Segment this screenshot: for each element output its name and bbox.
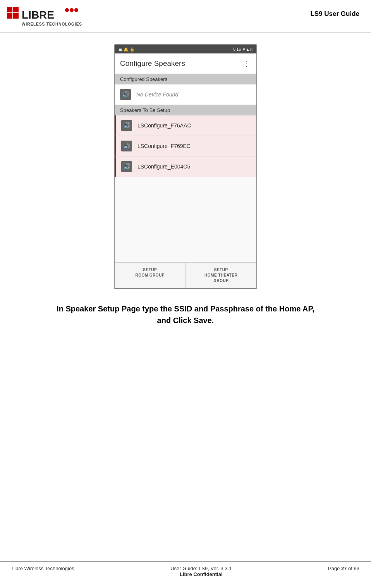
phone-status-bar: ☰ 🔔 🔒 6:16 ▼▲ıll bbox=[115, 45, 256, 53]
speaker-icon-3: 🔊 bbox=[121, 161, 132, 172]
app-title: Configure Speakers bbox=[120, 59, 185, 68]
configured-speakers-header: Configured Speakers bbox=[115, 74, 256, 84]
svg-text:LIBRE: LIBRE bbox=[22, 9, 54, 21]
speaker-icon-2: 🔊 bbox=[121, 141, 132, 151]
svg-point-7 bbox=[74, 8, 78, 12]
svg-rect-1 bbox=[13, 7, 19, 12]
no-device-label: No Device Found bbox=[136, 91, 178, 98]
footer-confidential: Libre Confidential bbox=[170, 571, 232, 577]
page-header: LIBRE WIRELESS TECHNOLOGIES LS9 User Gui… bbox=[0, 0, 371, 33]
svg-rect-0 bbox=[7, 7, 12, 12]
speaker-label-1: LSConfigure_F76AAC bbox=[137, 122, 191, 129]
footer-center: User Guide: LS9, Ver. 3.3.1 Libre Confid… bbox=[170, 566, 232, 577]
menu-icon: ☰ bbox=[119, 47, 122, 52]
speaker-item-3[interactable]: 🔊 LSConfigure_E004C5 bbox=[115, 156, 256, 177]
description-line2: and Click Save. bbox=[157, 316, 214, 325]
setup-home-theater-button[interactable]: SETUPHOME THEATERGROUP bbox=[186, 263, 257, 288]
footer-page: Page 27 of 93 bbox=[328, 566, 359, 577]
doc-title: LS9 User Guide bbox=[310, 7, 359, 18]
footer-left: Libre Wireless Technologies bbox=[12, 566, 74, 577]
app-header: Configure Speakers ⋮ bbox=[115, 53, 256, 74]
description-line1: In Speaker Setup Page type the SSID and … bbox=[57, 304, 314, 313]
footer-page-total: 93 bbox=[354, 566, 359, 571]
logo-area: LIBRE WIRELESS TECHNOLOGIES bbox=[7, 7, 84, 28]
description-text: In Speaker Setup Page type the SSID and … bbox=[57, 303, 314, 326]
speaker-icon-1: 🔊 bbox=[121, 120, 132, 131]
svg-rect-2 bbox=[7, 13, 12, 19]
page-footer: Libre Wireless Technologies User Guide: … bbox=[0, 561, 371, 577]
footer-page-current: 27 bbox=[341, 566, 347, 571]
speaker-label-3: LSConfigure_E004C5 bbox=[137, 163, 190, 170]
speaker-item-2[interactable]: 🔊 LSConfigure_F769EC bbox=[115, 136, 256, 156]
footer-page-of: of bbox=[347, 566, 354, 571]
footer-guide-version: User Guide: LS9, Ver. 3.3.1 bbox=[170, 566, 232, 571]
bottom-bar: SETUPROOM GROUP SETUPHOME THEATERGROUP bbox=[115, 262, 256, 288]
no-device-item: 🔊 No Device Found bbox=[115, 84, 256, 105]
svg-text:WIRELESS TECHNOLOGIES: WIRELESS TECHNOLOGIES bbox=[22, 22, 82, 26]
time-display: 6:16 bbox=[234, 47, 241, 52]
status-left-icons: ☰ 🔔 🔒 bbox=[119, 47, 134, 52]
libre-logo: LIBRE WIRELESS TECHNOLOGIES bbox=[7, 7, 84, 28]
more-options-icon[interactable]: ⋮ bbox=[243, 59, 251, 68]
speaker-icon-no-device: 🔊 bbox=[120, 89, 131, 100]
main-content: ☰ 🔔 🔒 6:16 ▼▲ıll Configure Speakers ⋮ Co… bbox=[0, 33, 371, 346]
speaker-label-2: LSConfigure_F769EC bbox=[137, 143, 191, 149]
phone-mockup: ☰ 🔔 🔒 6:16 ▼▲ıll Configure Speakers ⋮ Co… bbox=[114, 44, 257, 289]
svg-rect-3 bbox=[13, 13, 19, 19]
setup-room-group-button[interactable]: SETUPROOM GROUP bbox=[115, 263, 186, 288]
lock-icon: 🔒 bbox=[130, 47, 134, 52]
signal-icon: ▼▲ıll bbox=[242, 47, 252, 52]
speakers-to-setup-header: Speakers To Be Setup bbox=[115, 105, 256, 115]
status-right: 6:16 ▼▲ıll bbox=[234, 47, 253, 52]
empty-area bbox=[115, 177, 256, 262]
footer-page-prefix: Page bbox=[328, 566, 341, 571]
speaker-item-1[interactable]: 🔊 LSConfigure_F76AAC bbox=[115, 115, 256, 136]
svg-point-6 bbox=[70, 8, 74, 12]
notification-icon: 🔔 bbox=[124, 47, 128, 52]
svg-point-5 bbox=[65, 8, 69, 12]
